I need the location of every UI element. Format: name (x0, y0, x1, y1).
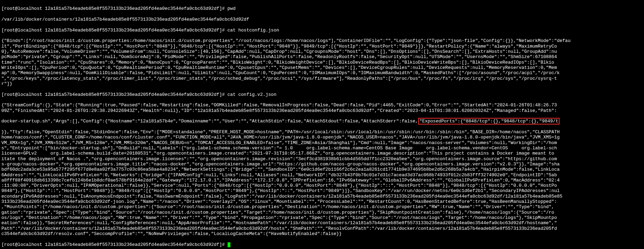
output-line: license=GPLv2 org.label-schema.build-dat… (1, 151, 643, 156)
configv2-output-before: {"StreamConfig":{},"State":{"Running":tr… (1, 102, 643, 113)
output-line: gation":"rprivate","Spec":{"Type":"bind"… (1, 210, 643, 215)
output-line: {"Binds":["/root/nacos/init.d/custom.pro… (1, 38, 643, 43)
output-line: 3133b236ead205fd4ea0ec3544efa0cbc63d92df… (1, 199, 643, 204)
output-line: :11:00:08","DriverOpts":null,"IPAMOperat… (1, 183, 643, 188)
prompt-line: [root@localhost 12a181a57b4eadeb85e8f557… (1, 92, 643, 97)
output-line: 0},"AutoRemove":false,"VolumeDriver":"",… (1, 49, 643, 54)
output-line: ,"MountPoints":{"/home/nacos/init.d/cust… (1, 204, 643, 209)
cursor-icon (228, 242, 230, 247)
output-line: ap":0,"MemorySwappiness":null,"OomKillDi… (1, 70, 643, 76)
exposed-ports-highlight: "ExposedPorts":{"8848/tcp":{},"9848/tcp"… (418, 118, 560, 124)
prompt-line: [root@localhost 12a181a57b4eadeb85e8f557… (1, 28, 643, 33)
output-line: pcMode":"private","Cgroup":"","Links":nu… (1, 54, 643, 59)
output-line: bdf60dc2ada3ce53a95a577f295f677d8e8aa02f… (1, 167, 643, 172)
cmd-pwd: pwd (228, 6, 236, 11)
cmd-cat-hostconfig: cat hostconfig.json (228, 28, 279, 33)
cmd-cat-configv2: cat config.v2.json (228, 92, 276, 97)
output-line: a8fff88f40918db613398c7cefb124b6e1b8dcf0… (1, 178, 643, 183)
output-line: s-group/nacos-docker","org.opencontainer… (1, 162, 643, 167)
output-line: {"StreamConfig":{},"State":{"Running":tr… (1, 102, 643, 108)
output-line: time":"runc","Isolation":"","CpuShares":… (1, 60, 643, 65)
pwd-output: /var/lib/docker/containers/12a181a57b4ea… (1, 17, 643, 22)
output-line: econdaryIPv6Addresses":null,"IsAnonymous… (1, 194, 643, 199)
output-line: WriteIOps":[],"CpuPeriod":0,"CpuQuota":0… (1, 65, 643, 70)
output-line: lt","PortBindings":{"8848/tcp":[{"HostIp… (1, 44, 643, 49)
hostconfig-output: {"Binds":["/root/nacos/init.d/custom.pro… (1, 38, 643, 86)
prompt-line: [root@localhost 12a181a57b4eadeb85e8f557… (1, 6, 643, 11)
output-line: ","/proc/keys","/proc/latency_stats","/p… (1, 76, 643, 81)
prompt-user: [root@localhost (1, 6, 42, 11)
output-line: r"]} (1, 81, 643, 86)
prompt-cwd: 12a181a57b4eadeb85e8f5573133b236ead205fd… (45, 6, 225, 11)
prompt-line-final[interactable]: [root@localhost 12a181a57b4eadeb85e8f557… (1, 242, 643, 247)
output-line: home/nacos/conf:","CLUSTER_CONF=/home/na… (1, 135, 643, 140)
configv2-prefix: docker-startup.sh","Args":[],"Config":{"… (1, 119, 418, 124)
terminal-window[interactable]: [root@localhost 12a181a57b4eadeb85e8f557… (0, 0, 644, 249)
output-line: c3544efa0cbc63d92df/resolv.conf","Seccom… (1, 231, 643, 236)
output-line: os/logs","Destination":"/home/nacos/logs… (1, 215, 643, 220)
configv2-output-after: }},"Tty":false,"OpenStdin":false,"StdinO… (1, 129, 643, 237)
output-line: 9848"},{"HostIp":"::","HostPort":"9848"}… (1, 188, 643, 193)
output-line: eation":false}},"SecretReferences":null,… (1, 220, 643, 226)
output-line: VM_XMX=1g","JVM_XMN=512m","JVM_MS=128m",… (1, 140, 643, 145)
output-line: s","Entrypoint":["bin/docker-startup.sh"… (1, 145, 643, 151)
output-line: 6Address":"","LinkLocalIPv6PrefixLen":0,… (1, 172, 643, 178)
output-line: Path":"/var/lib/docker/containers/12a181… (1, 226, 643, 231)
output-line: }},"Tty":false,"OpenStdin":false,"StdinO… (1, 129, 643, 135)
configv2-output-highlight-line: docker-startup.sh","Args":[],"Config":{"… (1, 119, 643, 124)
output-line: 09Z","FinishedAt":"2024-01-26T01:29:38.2… (1, 108, 643, 113)
output-line: itate the deployment of Nacos .","org.op… (1, 156, 643, 162)
